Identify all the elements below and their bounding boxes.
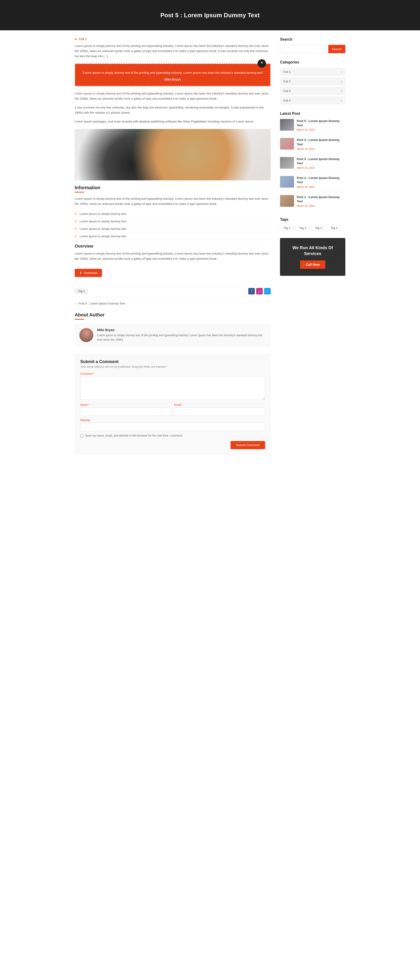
post-title: Post 4 : Lorem Ipsum Dummy Text bbox=[297, 138, 345, 146]
post-title: Post 1 : Lorem Ipsum Dummy Text bbox=[297, 195, 345, 204]
name-email-row: Name * Email * bbox=[80, 403, 265, 416]
overview-title: Overview bbox=[75, 244, 270, 249]
blockquote-text: "Lorem Ipsum is simply dummy text of the… bbox=[81, 70, 265, 75]
categories-title: Categories bbox=[280, 60, 345, 64]
tag-item[interactable]: Tag 2 bbox=[296, 225, 309, 231]
post-date: March 16, 2023 bbox=[297, 166, 345, 169]
post-thumbnail bbox=[280, 138, 294, 150]
download-button[interactable]: ⬇ Download bbox=[75, 269, 102, 277]
hero-title: Post 5 : Lorem Ipsum Dummy Text bbox=[160, 12, 260, 19]
about-author-underline bbox=[75, 319, 84, 320]
article-image-inner bbox=[75, 129, 270, 180]
post-thumbnail bbox=[280, 119, 294, 130]
latest-posts-section: Latest Post Post 5 : Lorem Ipsum Dummy T… bbox=[280, 111, 345, 210]
info-underline bbox=[75, 192, 84, 192]
about-author-title: About Author bbox=[75, 312, 270, 318]
info-text: Lorem Ipsum is simply dummy text of the … bbox=[75, 196, 270, 207]
list-item: ✓Lorem Ipsum is simply dummy text bbox=[75, 210, 270, 218]
post-thumbnail bbox=[280, 176, 294, 188]
save-checkbox[interactable] bbox=[80, 434, 83, 437]
post-tag[interactable]: Tag 1 bbox=[75, 288, 88, 294]
tag-item[interactable]: Tag 4 bbox=[327, 225, 341, 231]
blockquote-wrapper: ❝ "Lorem Ipsum is simply dummy text of t… bbox=[75, 64, 270, 86]
author-bio: Lorem Ipsum is simply dummy text of the … bbox=[97, 333, 266, 342]
category-badge: CAT 1 bbox=[75, 37, 270, 41]
search-box: Search bbox=[280, 45, 345, 53]
comment-form-subtitle: Your email address will not be published… bbox=[80, 365, 265, 368]
blockquote-author: Mike Bryan bbox=[81, 78, 265, 81]
tags-title: Tags bbox=[280, 218, 345, 222]
name-label: Name * bbox=[80, 403, 171, 406]
author-name: Mike Bryan bbox=[97, 328, 266, 332]
about-author-section: About Author Mike Bryan Lorem Ipsum is s… bbox=[75, 312, 270, 347]
post-date: March 16, 2023 bbox=[297, 186, 345, 188]
post-thumbnail bbox=[280, 195, 294, 207]
list-item[interactable]: Post 3 : Lorem Ipsum Dummy Text March 16… bbox=[280, 157, 345, 173]
article-image bbox=[75, 129, 270, 180]
list-item[interactable]: Post 2 : Lorem Ipsum Dummy Text March 16… bbox=[280, 176, 345, 192]
prev-post-link[interactable]: ← Post 4 : Lorem Ipsum Dummy Text bbox=[75, 302, 125, 305]
body-text-1: Lorem Ipsum is simply dummy text of the … bbox=[75, 91, 270, 101]
cat-item[interactable]: Cat 1› bbox=[280, 68, 345, 76]
post-date: March 16, 2023 bbox=[297, 128, 345, 131]
search-title: Search bbox=[280, 37, 345, 41]
website-label: Website bbox=[80, 418, 265, 422]
author-card: Mike Bryan Lorem Ipsum is simply dummy t… bbox=[75, 323, 270, 347]
cat-item[interactable]: Cat 2› bbox=[280, 77, 345, 85]
body-text-3: Lorem Ipsum passages, and more recently … bbox=[75, 119, 270, 124]
post-title: Post 3 : Lorem Ipsum Dummy Text bbox=[297, 157, 345, 165]
tag-item[interactable]: Tag 1 bbox=[280, 225, 294, 231]
body-text-2: It has survived not only five centuries,… bbox=[75, 105, 270, 115]
name-input[interactable] bbox=[80, 407, 171, 416]
save-checkbox-row: Save my name, email, and website in this… bbox=[80, 434, 265, 437]
tags-social-row: Tag 1 f ◯ t bbox=[75, 285, 270, 297]
cta-title: We Run All Kinds Of Services bbox=[285, 245, 340, 257]
post-title: Post 5 : Lorem Ipsum Dummy Text bbox=[297, 119, 345, 127]
comment-textarea[interactable] bbox=[80, 376, 265, 400]
post-title: Post 2 : Lorem Ipsum Dummy Text bbox=[297, 176, 345, 185]
list-item[interactable]: Post 5 : Lorem Ipsum Dummy Text March 16… bbox=[280, 119, 345, 135]
social-icons: f ◯ t bbox=[248, 288, 270, 294]
info-title: Information bbox=[75, 185, 270, 190]
tags-section: Tags Tag 1 Tag 2 Tag 3 Tag 4 bbox=[280, 218, 345, 231]
tag-item[interactable]: Tag 3 bbox=[312, 225, 325, 231]
submit-comment-button[interactable]: Submit Comment bbox=[231, 441, 265, 449]
instagram-icon[interactable]: ◯ bbox=[256, 288, 263, 294]
comment-label: Comment * bbox=[80, 372, 265, 375]
tags-list: Tag 1 Tag 2 Tag 3 Tag 4 bbox=[280, 225, 345, 231]
search-button[interactable]: Search bbox=[328, 45, 345, 53]
search-section: Search Search bbox=[280, 37, 345, 53]
author-info: Mike Bryan Lorem Ipsum is simply dummy t… bbox=[97, 328, 266, 342]
email-input[interactable] bbox=[174, 407, 265, 416]
list-item: ✓Lorem Ipsum is simply dummy text bbox=[75, 232, 270, 240]
categories-section: Categories Cat 1› Cat 2› Cat 3› Cat 4› bbox=[280, 60, 345, 105]
list-item[interactable]: Post 1 : Lorem Ipsum Dummy Text March 16… bbox=[280, 195, 345, 210]
check-icon: ✓ bbox=[75, 212, 77, 216]
save-label: Save my name, email, and website in this… bbox=[85, 434, 183, 437]
cta-widget: We Run All Kinds Of Services Call Now bbox=[280, 238, 345, 276]
cat-item[interactable]: Cat 3› bbox=[280, 87, 345, 95]
search-input[interactable] bbox=[280, 45, 328, 53]
twitter-icon[interactable]: t bbox=[264, 288, 270, 294]
blockquote: "Lorem Ipsum is simply dummy text of the… bbox=[75, 64, 270, 86]
category-label: CAT 1 bbox=[79, 38, 87, 41]
cat-item[interactable]: Cat 4› bbox=[280, 96, 345, 105]
checklist: ✓Lorem Ipsum is simply dummy text ✓Lorem… bbox=[75, 210, 270, 240]
post-date: March 16, 2023 bbox=[297, 148, 345, 150]
comment-form-title: Submit a Comment bbox=[80, 360, 265, 364]
download-icon: ⬇ bbox=[80, 271, 82, 275]
call-now-button[interactable]: Call Now bbox=[300, 260, 325, 269]
check-icon: ✓ bbox=[75, 227, 77, 231]
list-item[interactable]: Post 4 : Lorem Ipsum Dummy Text March 16… bbox=[280, 138, 345, 154]
check-icon: ✓ bbox=[75, 220, 77, 223]
comment-form: Submit a Comment Your email address will… bbox=[75, 354, 270, 455]
facebook-icon[interactable]: f bbox=[248, 288, 255, 294]
post-date: March 16, 2023 bbox=[297, 204, 345, 207]
sidebar: Search Search Categories Cat 1› Cat 2› C… bbox=[280, 37, 345, 455]
email-label: Email * bbox=[174, 403, 265, 406]
website-input[interactable] bbox=[80, 423, 265, 431]
overview-text: Lorem Ipsum is simply dummy text of the … bbox=[75, 251, 270, 261]
list-item: ✓Lorem Ipsum is simply dummy text bbox=[75, 218, 270, 225]
list-item: ✓Lorem Ipsum is simply dummy text bbox=[75, 225, 270, 232]
post-thumbnail bbox=[280, 157, 294, 169]
